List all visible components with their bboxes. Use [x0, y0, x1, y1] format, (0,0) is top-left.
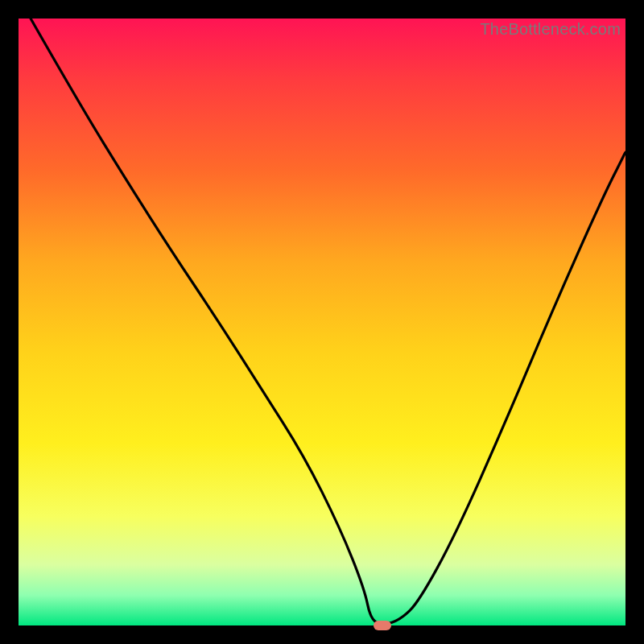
plot-area: TheBottleneck.com [19, 19, 625, 625]
bottleneck-curve [19, 19, 625, 625]
chart-container: TheBottleneck.com [0, 0, 644, 644]
optimal-marker [374, 621, 391, 630]
